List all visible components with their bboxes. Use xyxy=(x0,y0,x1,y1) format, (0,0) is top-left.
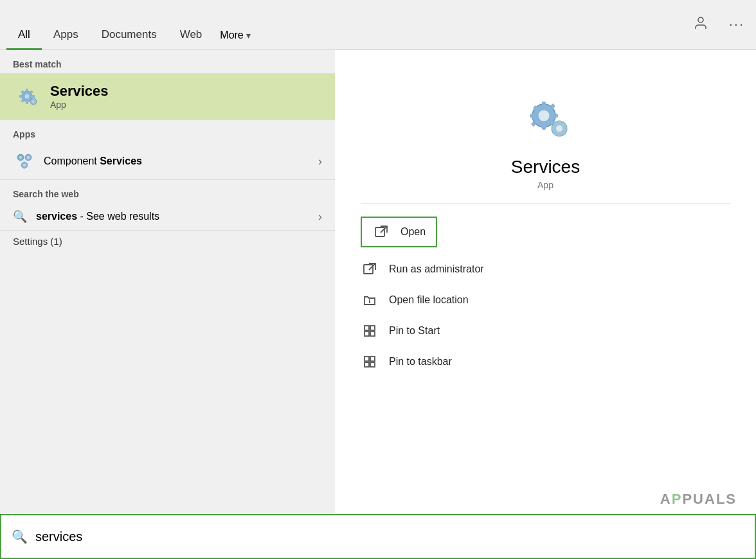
pin-to-taskbar-label: Pin to taskbar xyxy=(389,356,452,368)
best-match-header: Best match xyxy=(0,50,335,73)
open-action-wrapper: Open xyxy=(361,217,730,250)
more-options-icon[interactable]: ··· xyxy=(724,13,750,35)
svg-rect-26 xyxy=(28,159,29,161)
nav-tab-more[interactable]: More ▾ xyxy=(213,0,250,49)
search-icon: 🔍 xyxy=(13,209,27,224)
nav-right-controls: ··· xyxy=(688,0,750,49)
svg-point-0 xyxy=(698,17,703,22)
svg-rect-66 xyxy=(364,362,369,367)
svg-rect-32 xyxy=(24,166,25,168)
svg-rect-14 xyxy=(33,103,34,105)
app-name-label: Services xyxy=(511,157,580,177)
app-type-label: App xyxy=(537,180,554,190)
arrow-icon: › xyxy=(318,155,322,168)
main-layout: Best match xyxy=(0,50,756,514)
svg-rect-47 xyxy=(557,121,561,125)
nav-tab-apps[interactable]: Apps xyxy=(42,0,90,49)
nav-tab-documents[interactable]: Documents xyxy=(90,0,168,49)
svg-point-30 xyxy=(23,164,26,167)
pin-to-start-action[interactable]: Pin to Start xyxy=(361,315,730,346)
svg-rect-20 xyxy=(20,159,21,161)
svg-rect-19 xyxy=(20,155,21,157)
open-file-location-icon xyxy=(361,291,379,309)
svg-rect-40 xyxy=(552,114,558,118)
right-panel: Services App Open xyxy=(335,50,756,514)
svg-rect-31 xyxy=(24,163,25,164)
svg-rect-64 xyxy=(364,357,369,361)
app-detail-header: Services App xyxy=(361,69,730,204)
svg-rect-22 xyxy=(22,157,24,158)
svg-rect-57 xyxy=(364,265,373,274)
svg-point-2 xyxy=(24,94,30,99)
svg-rect-27 xyxy=(26,157,28,158)
svg-rect-37 xyxy=(542,102,546,107)
open-file-location-action[interactable]: Open file location xyxy=(361,285,730,315)
search-bar-icon: 🔍 xyxy=(12,529,28,544)
svg-rect-34 xyxy=(26,164,28,166)
svg-rect-13 xyxy=(33,98,34,100)
open-label: Open xyxy=(401,226,426,238)
chevron-down-icon: ▾ xyxy=(246,30,251,40)
best-match-text: Services App xyxy=(50,83,109,110)
svg-rect-50 xyxy=(563,127,567,130)
settings-item: Settings (1) xyxy=(0,231,335,252)
open-button[interactable]: Open xyxy=(361,217,437,247)
svg-rect-39 xyxy=(530,114,536,118)
svg-rect-16 xyxy=(33,101,35,102)
account-icon[interactable] xyxy=(688,13,714,37)
pin-to-start-label: Pin to Start xyxy=(389,325,440,337)
svg-rect-49 xyxy=(552,127,555,130)
best-match-item[interactable]: Services App xyxy=(0,73,335,120)
svg-rect-61 xyxy=(370,326,375,330)
run-as-admin-label: Run as administrator xyxy=(389,263,484,275)
web-search-item[interactable]: 🔍 services - See web results › xyxy=(0,203,335,230)
open-file-location-label: Open file location xyxy=(389,294,469,306)
svg-rect-63 xyxy=(370,332,375,336)
svg-rect-48 xyxy=(557,132,561,136)
svg-rect-28 xyxy=(30,157,32,158)
svg-rect-67 xyxy=(370,362,375,367)
svg-rect-3 xyxy=(26,89,28,92)
nav-tab-web[interactable]: Web xyxy=(168,0,214,49)
nav-tab-all[interactable]: All xyxy=(6,0,42,49)
svg-rect-6 xyxy=(32,95,35,98)
svg-rect-4 xyxy=(26,101,28,104)
left-panel: Best match xyxy=(0,50,335,514)
web-search-text: services - See web results xyxy=(36,211,318,222)
svg-rect-21 xyxy=(18,157,20,158)
svg-rect-62 xyxy=(364,332,369,336)
component-services-item[interactable]: Component Services › xyxy=(0,143,335,179)
pin-to-start-icon xyxy=(361,322,379,340)
svg-rect-38 xyxy=(542,124,546,130)
svg-point-46 xyxy=(555,125,562,132)
svg-point-36 xyxy=(538,110,550,121)
run-as-admin-action[interactable]: Run as administrator xyxy=(361,254,730,285)
open-icon xyxy=(372,223,390,241)
pin-to-taskbar-icon xyxy=(361,353,379,371)
component-services-icon xyxy=(13,150,36,173)
svg-rect-15 xyxy=(29,101,31,102)
action-list: Open Run as administrator xyxy=(361,204,730,390)
apps-header: Apps xyxy=(0,120,335,143)
watermark: APPUALS xyxy=(660,491,737,508)
top-navigation: All Apps Documents Web More ▾ ··· xyxy=(0,0,756,50)
svg-rect-33 xyxy=(22,164,24,166)
run-as-admin-icon xyxy=(361,260,379,278)
svg-point-18 xyxy=(19,156,22,159)
search-bar: 🔍 xyxy=(0,514,756,559)
svg-rect-5 xyxy=(19,95,22,98)
svg-point-24 xyxy=(27,156,30,159)
svg-rect-65 xyxy=(370,357,375,361)
svg-rect-55 xyxy=(375,227,384,236)
web-search-header: Search the web xyxy=(0,180,335,203)
component-services-label: Component Services xyxy=(44,155,318,167)
search-input[interactable] xyxy=(35,529,744,544)
svg-rect-60 xyxy=(364,326,369,330)
services-icon xyxy=(13,82,41,111)
pin-to-taskbar-action[interactable]: Pin to taskbar xyxy=(361,346,730,377)
app-big-icon xyxy=(517,89,575,146)
svg-rect-25 xyxy=(28,155,29,157)
web-arrow-icon: › xyxy=(318,210,322,224)
